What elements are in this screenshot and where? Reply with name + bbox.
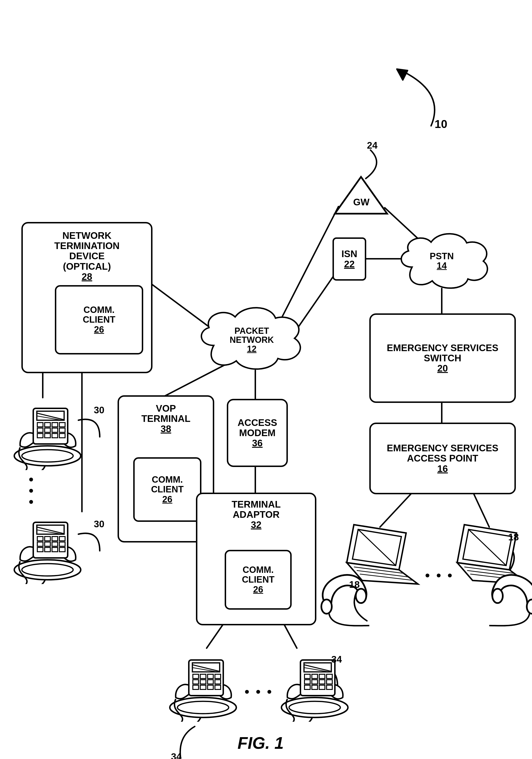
- gateway-ref: 24: [367, 140, 378, 151]
- phone-icon: [277, 641, 353, 722]
- ellipsis: • • •: [245, 684, 273, 699]
- system-ref: 10: [434, 117, 447, 131]
- ess-box: EMERGENCY SERVICES SWITCH 20: [369, 313, 516, 403]
- headset-icon: [317, 571, 377, 634]
- laptop-ref: 18: [349, 579, 360, 590]
- gateway-label: GW: [353, 197, 370, 207]
- laptop-ref: 18: [508, 532, 519, 542]
- phone-icon: [10, 389, 86, 470]
- ellipsis: • • •: [425, 567, 454, 583]
- pstn-label: PSTN 14: [424, 252, 460, 271]
- svg-marker-16: [335, 177, 387, 214]
- phone-ref: 30: [94, 519, 104, 530]
- isn-box: ISN 22: [333, 237, 366, 281]
- vop-client-box: COMM. CLIENT 26: [133, 457, 201, 522]
- ellipsis: • • •: [24, 477, 39, 506]
- terminal-adaptor-client-box: COMM. CLIENT 26: [225, 550, 292, 610]
- terminal-adaptor-box: TERMINAL ADAPTOR 32 COMM. CLIENT 26: [196, 493, 316, 625]
- figure-label: FIG. 1: [237, 734, 284, 753]
- vop-label: VOP TERMINAL 38: [119, 403, 213, 434]
- ntd-box: NETWORK TERMINATION DEVICE (OPTICAL) 28 …: [21, 222, 152, 373]
- packet-network-label: PACKET NETWORK 12: [221, 326, 283, 353]
- esap-box: EMERGENCY SERVICES ACCESS POINT 16: [369, 422, 516, 494]
- access-modem-box: ACCESS MODEM 36: [227, 399, 288, 467]
- gateway-triangle: [333, 175, 389, 217]
- phone-ref: 34: [171, 751, 182, 759]
- phone-ref: 30: [94, 405, 104, 416]
- headset-icon: [482, 571, 532, 634]
- phone-icon: [165, 641, 241, 722]
- phone-icon: [10, 503, 86, 584]
- ntd-client-box: COMM. CLIENT 26: [55, 285, 143, 354]
- phone-ref: 34: [331, 654, 342, 665]
